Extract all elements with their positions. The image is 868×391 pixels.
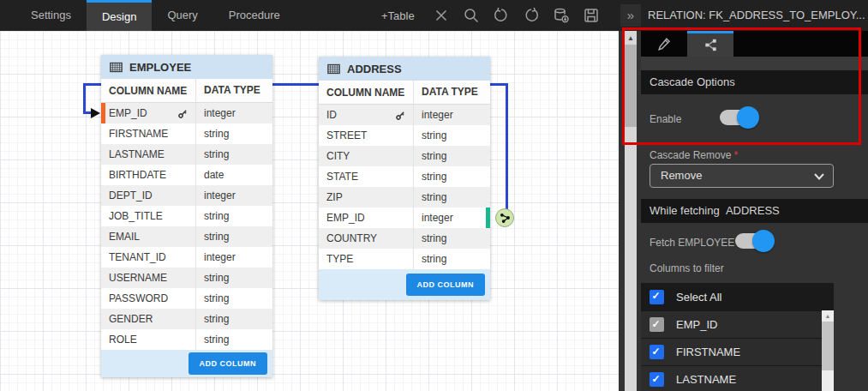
undo-icon[interactable] xyxy=(493,7,510,24)
fetching-entity: ADDRESS xyxy=(726,204,780,217)
table-row[interactable]: EMP_ID integer xyxy=(101,103,272,123)
table-row[interactable]: FIRSTNAME string xyxy=(101,123,272,144)
column-name: EMP_ID xyxy=(109,107,147,119)
required-asterisk: * xyxy=(733,149,738,161)
table-grid-icon xyxy=(109,61,123,74)
export-database-icon[interactable] xyxy=(553,7,570,24)
table-row[interactable]: LASTNAME string xyxy=(101,144,272,165)
add-column-button[interactable]: ADD COLUMN xyxy=(406,274,486,296)
tab-edit[interactable] xyxy=(641,31,687,57)
column-checkbox[interactable] xyxy=(650,372,664,387)
search-icon[interactable] xyxy=(463,7,480,24)
tab-query[interactable]: Query xyxy=(152,0,213,31)
table-row[interactable]: JOB_TITLE string xyxy=(101,206,272,226)
table-row[interactable]: ID integer xyxy=(319,105,490,125)
table-row[interactable]: COUNTRY string xyxy=(319,228,490,249)
column-type: string xyxy=(195,144,272,165)
fetch-employee-toggle[interactable] xyxy=(733,230,775,252)
table-row[interactable]: USERNAME string xyxy=(101,268,272,288)
column-type: string xyxy=(413,125,490,146)
table-address-rows: ID integer STREET xyxy=(319,105,490,269)
column-type: integer xyxy=(195,185,272,206)
cascade-options-header: Cascade Options xyxy=(641,70,868,94)
tab-procedure[interactable]: Procedure xyxy=(213,0,296,31)
relation-line-left-vertical[interactable] xyxy=(83,83,86,112)
table-row[interactable]: EMP_ID integer xyxy=(319,208,490,228)
column-name: ID xyxy=(326,109,337,121)
table-grid-icon xyxy=(326,63,341,75)
column-name: COUNTRY xyxy=(326,232,377,244)
select-all-checkbox[interactable] xyxy=(650,290,664,304)
column-name: USERNAME xyxy=(109,272,167,284)
select-all-row[interactable]: Select All xyxy=(641,283,834,310)
table-row[interactable]: BIRTHDATE date xyxy=(101,165,272,185)
fetch-employee-label: Fetch EMPLOYEE xyxy=(650,237,734,249)
filter-column-row[interactable]: EMP_ID xyxy=(641,310,834,338)
column-label: LASTNAME xyxy=(676,373,736,386)
table-employee-header[interactable]: EMPLOYEE xyxy=(101,55,272,79)
column-type: string xyxy=(195,268,272,288)
redo-icon[interactable] xyxy=(523,7,540,24)
add-column-button[interactable]: ADD COLUMN xyxy=(189,352,268,375)
table-employee-rows: EMP_ID integer FIRSTNAME xyxy=(101,103,272,350)
relation-line-right-vertical[interactable] xyxy=(506,83,508,209)
scrollbar-thumb[interactable] xyxy=(822,322,834,370)
column-name: TENANT_ID xyxy=(109,251,166,263)
tab-relation[interactable] xyxy=(687,31,733,57)
design-canvas[interactable]: EMPLOYEE COLUMN NAME DATA TYPE EMP_ID xyxy=(0,31,619,391)
scroll-up-icon[interactable]: ▲ xyxy=(822,310,834,322)
column-checkbox[interactable] xyxy=(650,345,664,359)
save-icon[interactable] xyxy=(583,7,600,24)
column-name: GENDER xyxy=(109,313,153,325)
table-address[interactable]: ADDRESS COLUMN NAME DATA TYPE ID inte xyxy=(319,57,490,300)
relation-connector-icon[interactable] xyxy=(495,208,514,227)
column-name: ROLE xyxy=(109,334,137,346)
table-row[interactable]: STREET string xyxy=(319,125,490,146)
cascade-remove-select[interactable]: Remove xyxy=(650,164,834,188)
tab-design[interactable]: Design xyxy=(87,0,152,31)
relation-properties-panel: ▲ Cascade Options Enable Cascade Remove*… xyxy=(619,31,868,391)
table-row[interactable]: PASSWORD string xyxy=(101,288,272,309)
column-type: string xyxy=(195,226,272,247)
table-row[interactable]: ZIP string xyxy=(319,187,490,208)
filter-items: EMP_ID FIRSTNAME LASTNAME xyxy=(641,310,834,391)
column-type: date xyxy=(195,165,272,185)
column-name: ZIP xyxy=(326,191,343,203)
table-employee-column-headers: COLUMN NAME DATA TYPE xyxy=(101,79,272,103)
table-title: ADDRESS xyxy=(347,63,402,75)
table-row[interactable]: STATE string xyxy=(319,166,490,187)
scroll-up-icon[interactable]: ▲ xyxy=(625,31,637,45)
panel-tabs xyxy=(641,31,868,57)
column-type: integer xyxy=(195,247,272,268)
filter-column-row[interactable]: FIRSTNAME xyxy=(641,338,834,365)
table-address-column-headers: COLUMN NAME DATA TYPE xyxy=(319,81,490,105)
pencil-icon xyxy=(656,36,673,52)
scrollbar-thumb[interactable] xyxy=(625,45,637,127)
column-name: LASTNAME xyxy=(109,148,165,160)
table-address-header[interactable]: ADDRESS xyxy=(319,57,490,81)
add-table-button[interactable]: +Table xyxy=(381,9,415,22)
top-toolbar: Settings Design Query Procedure +Table »… xyxy=(0,0,868,31)
column-type: string xyxy=(195,309,272,329)
column-type: string xyxy=(413,187,490,208)
table-row[interactable]: TENANT_ID integer xyxy=(101,247,272,268)
column-type: string xyxy=(195,329,272,350)
panel-collapse-chevron-icon[interactable]: » xyxy=(620,4,641,27)
table-row[interactable]: TYPE string xyxy=(319,249,490,269)
columns-filter-list: Select All EMP_ID FIRSTNAME LASTNAME ▲ xyxy=(641,283,834,391)
table-row[interactable]: CITY string xyxy=(319,146,490,166)
close-icon[interactable] xyxy=(433,7,450,24)
column-checkbox[interactable] xyxy=(650,317,664,332)
table-row[interactable]: DEPT_ID integer xyxy=(101,185,272,206)
table-row[interactable]: GENDER string xyxy=(101,309,272,329)
tab-settings[interactable]: Settings xyxy=(15,0,87,31)
column-name: TYPE xyxy=(326,253,353,265)
table-employee[interactable]: EMPLOYEE COLUMN NAME DATA TYPE EMP_ID xyxy=(101,55,272,377)
table-row[interactable]: EMAIL string xyxy=(101,226,272,247)
column-name: FIRSTNAME xyxy=(109,128,168,140)
filter-column-row[interactable]: LASTNAME xyxy=(641,365,834,391)
panel-scrollbar[interactable]: ▲ xyxy=(625,31,637,391)
filter-list-scrollbar[interactable]: ▲ xyxy=(822,310,834,391)
table-row[interactable]: ROLE string xyxy=(101,329,272,350)
enable-toggle[interactable] xyxy=(718,106,759,129)
